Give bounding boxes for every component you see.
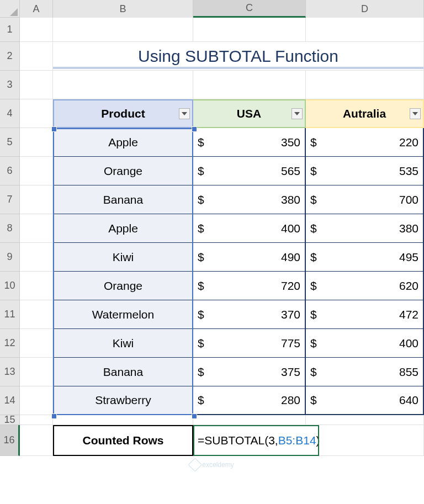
column-headers: ABCD [20,0,424,18]
row-header-16[interactable]: 16 [0,425,20,456]
cell-australia[interactable]: $220 [306,128,424,157]
cell-usa[interactable]: $775 [193,329,306,358]
row-header-2[interactable]: 2 [0,42,20,71]
cell-product[interactable]: Orange [53,272,193,300]
row-header-11[interactable]: 11 [0,300,20,329]
cell-product[interactable]: Banana [53,358,193,386]
cell-australia[interactable]: $620 [306,272,424,300]
row-header-10[interactable]: 10 [0,272,20,300]
header-usa[interactable]: USA [193,99,306,128]
cell-usa[interactable]: $490 [193,243,306,272]
cell-usa[interactable]: $565 [193,157,306,185]
cell-grid: Using SUBTOTAL FunctionProductUSAAutrali… [20,18,424,456]
cell-australia[interactable]: $495 [306,243,424,272]
cell-usa[interactable]: $375 [193,358,306,386]
cell-product[interactable]: Banana [53,185,193,214]
cell-usa[interactable]: $720 [193,272,306,300]
cell-product[interactable]: Watermelon [53,300,193,329]
row-header-4[interactable]: 4 [0,99,20,128]
cell-product[interactable]: Strawberry [53,386,193,415]
row-header-8[interactable]: 8 [0,214,20,243]
cell-product[interactable]: Orange [53,157,193,185]
column-header-C[interactable]: C [193,0,306,18]
header-australia[interactable]: Autralia [306,99,424,128]
select-all-corner[interactable] [0,0,20,18]
filter-dropdown-icon[interactable] [179,108,190,119]
cell-product[interactable]: Kiwi [53,329,193,358]
row-header-5[interactable]: 5 [0,128,20,157]
cell[interactable] [193,18,306,42]
spreadsheet: ABCD 12345678910111213141516 Using SUBTO… [0,0,424,504]
filter-dropdown-icon[interactable] [292,108,303,119]
row-header-12[interactable]: 12 [0,329,20,358]
cell[interactable] [53,18,193,42]
cell-australia[interactable]: $855 [306,358,424,386]
filter-dropdown-icon[interactable] [410,108,421,119]
column-header-D[interactable]: D [306,0,424,18]
watermark: exceldemy [190,460,234,470]
formula-cell[interactable]: =SUBTOTAL(3,B5:B14) [193,425,424,456]
cell-product[interactable]: Apple [53,214,193,243]
cell[interactable] [20,18,53,42]
cell-australia[interactable]: $400 [306,329,424,358]
row-header-7[interactable]: 7 [0,185,20,214]
cell-australia[interactable]: $640 [306,386,424,415]
row-headers: 12345678910111213141516 [0,18,20,456]
cell-usa[interactable]: $400 [193,214,306,243]
cell-product[interactable]: Apple [53,128,193,157]
row-header-15[interactable]: 15 [0,415,20,425]
cell-usa[interactable]: $280 [193,386,306,415]
header-product[interactable]: Product [53,99,193,128]
cell-australia[interactable]: $700 [306,185,424,214]
cell-usa[interactable]: $350 [193,128,306,157]
cell-australia[interactable]: $380 [306,214,424,243]
cell[interactable] [306,18,424,42]
row-header-3[interactable]: 3 [0,71,20,99]
column-header-B[interactable]: B [53,0,193,18]
row-header-14[interactable]: 14 [0,386,20,415]
page-title[interactable]: Using SUBTOTAL Function [53,42,424,71]
cell-australia[interactable]: $472 [306,300,424,329]
row-header-1[interactable]: 1 [0,18,20,42]
cell-product[interactable]: Kiwi [53,243,193,272]
cell-usa[interactable]: $380 [193,185,306,214]
cell-australia[interactable]: $535 [306,157,424,185]
cell-usa[interactable]: $370 [193,300,306,329]
column-header-A[interactable]: A [20,0,53,18]
row-header-6[interactable]: 6 [0,157,20,185]
counted-rows-label[interactable]: Counted Rows [53,425,193,456]
row-header-13[interactable]: 13 [0,358,20,386]
row-header-9[interactable]: 9 [0,243,20,272]
